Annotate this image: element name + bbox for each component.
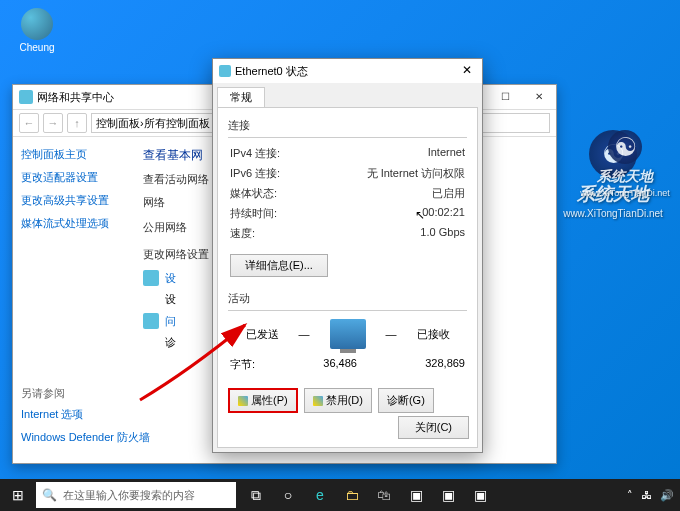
group-activity-label: 活动 — [228, 291, 467, 306]
close-button[interactable]: 关闭(C) — [398, 416, 469, 439]
network-icon — [19, 90, 33, 104]
group-connection-label: 连接 — [228, 118, 467, 133]
activity-graphic: 已发送 — — 已接收 — [228, 319, 467, 349]
setup-icon — [143, 270, 159, 286]
tab-general[interactable]: 常规 — [217, 87, 265, 107]
dialog-close-button[interactable]: ✕ — [452, 59, 482, 81]
search-icon: 🔍 — [42, 488, 57, 502]
close-button[interactable]: ✕ — [522, 85, 556, 107]
desktop-icon-user[interactable]: Cheung — [12, 8, 62, 53]
system-tray[interactable]: ˄ 🖧 🔊 — [627, 489, 680, 502]
ipv4-value: Internet — [428, 146, 465, 161]
diagnose-button[interactable]: 诊断(G) — [378, 388, 434, 413]
taskbar-app[interactable]: ▣ — [464, 479, 496, 511]
speed-value: 1.0 Gbps — [420, 226, 465, 241]
sidebar-link-firewall[interactable]: Windows Defender 防火墙 — [21, 430, 150, 445]
taskbar-edge[interactable]: e — [304, 479, 336, 511]
breadcrumb-part[interactable]: 控制面板 — [96, 116, 140, 131]
taskbar-store[interactable]: 🛍 — [368, 479, 400, 511]
desktop-icon-label: Cheung — [12, 42, 62, 53]
divider — [228, 137, 467, 138]
media-value: 已启用 — [432, 186, 465, 201]
troubleshoot-icon — [143, 313, 159, 329]
sidebar-home-link[interactable]: 控制面板主页 — [21, 147, 125, 162]
details-button[interactable]: 详细信息(E)... — [230, 254, 328, 277]
sidebar-link-internet-options[interactable]: Internet 选项 — [21, 407, 150, 422]
tray-chevron-icon[interactable]: ˄ — [627, 489, 633, 502]
watermark-url: www.XiTongTianDi.net — [580, 188, 670, 198]
up-button[interactable]: ↑ — [67, 113, 87, 133]
watermark-logo — [608, 130, 642, 164]
duration-label: 持续时间: — [230, 206, 277, 221]
bytes-sent: 36,486 — [323, 357, 357, 372]
sidebar-see-also: 另请参阅 — [21, 386, 150, 401]
disable-button[interactable]: 禁用(D) — [304, 388, 372, 413]
search-box[interactable]: 🔍 在这里输入你要搜索的内容 — [36, 482, 236, 508]
sidebar-link-sharing[interactable]: 更改高级共享设置 — [21, 193, 125, 208]
properties-button[interactable]: 属性(P) — [228, 388, 298, 413]
forward-button[interactable]: → — [43, 113, 63, 133]
user-icon — [21, 8, 53, 40]
ipv6-label: IPv6 连接: — [230, 166, 280, 181]
duration-value: 00:02:21 — [422, 206, 465, 221]
sidebar-link-adapter[interactable]: 更改适配器设置 — [21, 170, 125, 185]
window-title: 网络和共享中心 — [37, 90, 114, 105]
maximize-button[interactable]: ☐ — [488, 85, 522, 107]
sidebar: 控制面板主页 更改适配器设置 更改高级共享设置 媒体流式处理选项 另请参阅 In… — [13, 137, 133, 463]
task-view-button[interactable]: ⧉ — [240, 479, 272, 511]
divider — [228, 310, 467, 311]
start-button[interactable]: ⊞ — [0, 479, 36, 511]
back-button[interactable]: ← — [19, 113, 39, 133]
network-name-label: 网络 — [143, 195, 193, 210]
tray-volume-icon[interactable]: 🔊 — [660, 489, 674, 502]
watermark-bottom: 系统天地 www.XiTongTianDi.net — [580, 130, 670, 473]
ipv4-label: IPv4 连接: — [230, 146, 280, 161]
dialog-body: 连接 IPv4 连接:Internet IPv6 连接:无 Internet 访… — [217, 107, 478, 448]
bytes-label: 字节: — [230, 357, 255, 372]
taskbar-explorer[interactable]: 🗀 — [336, 479, 368, 511]
computer-icon — [330, 319, 366, 349]
search-placeholder: 在这里输入你要搜索的内容 — [63, 488, 195, 503]
dialog-title-bar[interactable]: Ethernet0 状态 ✕ — [213, 59, 482, 83]
taskbar-app[interactable]: ▣ — [400, 479, 432, 511]
watermark-text: 系统天地 — [580, 168, 670, 186]
ethernet-icon — [219, 65, 231, 77]
dialog-title-text: Ethernet0 状态 — [235, 64, 308, 79]
dialog-ethernet-status: Ethernet0 状态 ✕ 常规 连接 IPv4 连接:Internet IP… — [212, 58, 483, 453]
sidebar-link-media[interactable]: 媒体流式处理选项 — [21, 216, 125, 231]
shield-icon — [313, 396, 323, 406]
taskbar-app[interactable]: ▣ — [432, 479, 464, 511]
tab-strip: 常规 — [213, 83, 482, 107]
sent-label: 已发送 — [246, 327, 279, 342]
ipv6-value: 无 Internet 访问权限 — [367, 166, 465, 181]
network-type: 公用网络 — [143, 220, 193, 235]
breadcrumb-part[interactable]: 所有控制面板 — [144, 116, 210, 131]
shield-icon — [238, 396, 248, 406]
recv-label: 已接收 — [417, 327, 450, 342]
tray-network-icon[interactable]: 🖧 — [641, 489, 652, 501]
bytes-recv: 328,869 — [425, 357, 465, 372]
media-label: 媒体状态: — [230, 186, 277, 201]
speed-label: 速度: — [230, 226, 255, 241]
taskbar: ⊞ 🔍 在这里输入你要搜索的内容 ⧉ ○ e 🗀 🛍 ▣ ▣ ▣ ˄ 🖧 🔊 — [0, 479, 680, 511]
taskbar-cortana[interactable]: ○ — [272, 479, 304, 511]
